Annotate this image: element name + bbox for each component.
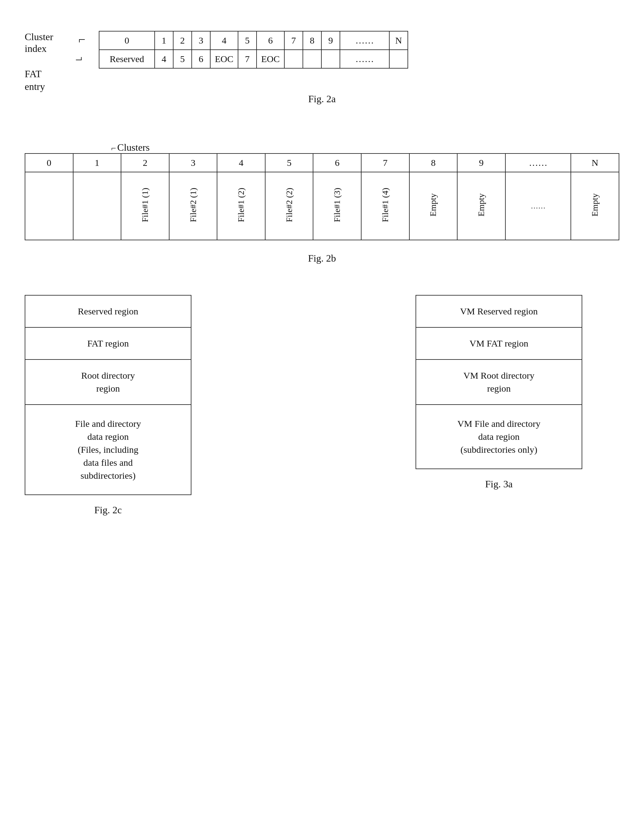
fig2b-content-cell-5: File#2 (2)	[265, 172, 313, 240]
fig3a-table: VM Reserved region VM FAT region VM Root…	[416, 295, 582, 469]
fig3a-cell-3: VM File and directorydata region(subdire…	[416, 404, 582, 469]
fig2a-top-cell-0: 0	[99, 31, 155, 50]
fig2b-top-cell-7: 7	[361, 154, 409, 172]
fig2b-content-cell-4: File#1 (2)	[217, 172, 265, 240]
fig2b-content-cell-6: File#1 (3)	[313, 172, 361, 240]
fig2a-bottom-cell-4: EOC	[210, 50, 238, 68]
fig3a-row-0: VM Reserved region	[416, 295, 582, 327]
fat-entry-arrow: ⌐	[75, 54, 83, 66]
cluster-index-label: Cluster index	[25, 31, 53, 55]
fig2b-top-row: 0123456789……N	[25, 154, 619, 172]
fig2c-cell-2: Root directory region	[25, 360, 191, 404]
fig3a-cell-1: VM FAT region	[416, 327, 582, 360]
fig2b-top-cell-9: 9	[457, 154, 505, 172]
fig3a-cell-2: VM Root directoryregion	[416, 360, 582, 404]
fig2a-bottom-cell-1: 4	[155, 50, 173, 68]
fig2b-content-cell-11: Empty	[571, 172, 619, 240]
fig2b-top-cell-4: 4	[217, 154, 265, 172]
fig3a-column: VM Reserved region VM FAT region VM Root…	[416, 295, 582, 490]
fig2c-column: Reserved region FAT region Root director…	[25, 295, 192, 516]
fig2a-bottom-cell-3: 6	[192, 50, 210, 68]
fig2b-content-cell-1	[73, 172, 121, 240]
fig2a-top-cell-5: 5	[238, 31, 256, 50]
fig2b-top-cell-0: 0	[25, 154, 73, 172]
fig2a-top-cell-8: 8	[303, 31, 321, 50]
fig2a-bottom-cell-7	[284, 50, 303, 68]
fig2c-row-2: Root directory region	[25, 360, 191, 404]
fig3a-row-2: VM Root directoryregion	[416, 360, 582, 404]
fig2a-top-cell-2: 2	[173, 31, 192, 50]
fig2b-content-cell-2: File#1 (1)	[121, 172, 169, 240]
cluster-index-arrow: ⌐	[78, 33, 86, 46]
fig2a-bottom-cell-10: ……	[340, 50, 389, 68]
fig2c-row-1: FAT region	[25, 327, 191, 360]
fig2c-table: Reserved region FAT region Root director…	[25, 295, 192, 495]
fig2b-content-cell-7: File#1 (4)	[361, 172, 409, 240]
fig2b-content-cell-3: File#2 (1)	[169, 172, 217, 240]
fig2b-content-cell-10: ……	[505, 172, 571, 240]
fig2a-top-cell-3: 3	[192, 31, 210, 50]
fig2b-section: ⌐ Clusters 0123456789……N File#1 (1)File#…	[25, 142, 619, 240]
fig2c-cell-0: Reserved region	[25, 295, 191, 327]
fat-entry-label: FATentry	[25, 68, 45, 93]
fig2a-top-row: 0123456789……N	[99, 31, 408, 50]
fig2b-content-row: File#1 (1)File#2 (1)File#1 (2)File#2 (2)…	[25, 172, 619, 240]
fig2b-top-cell-3: 3	[169, 154, 217, 172]
fig2a-bottom-cell-2: 5	[173, 50, 192, 68]
fig2a-table: 0123456789……N Reserved456EOC7EOC……	[99, 31, 408, 69]
fig2a-top-cell-4: 4	[210, 31, 238, 50]
fig2b-content-cell-9: Empty	[457, 172, 505, 240]
fig2c-row-3: File and directorydata region(Files, inc…	[25, 404, 191, 495]
fig2c-cell-3: File and directorydata region(Files, inc…	[25, 404, 191, 495]
fig2c-row-0: Reserved region	[25, 295, 191, 327]
fig2c-caption: Fig. 2c	[95, 504, 122, 516]
fig2a-top-cell-1: 1	[155, 31, 173, 50]
fig3a-row-1: VM FAT region	[416, 327, 582, 360]
fig2b-content-cell-0	[25, 172, 73, 240]
fig2a-top-cell-9: 9	[321, 31, 340, 50]
fig2a-top-cell-11: N	[389, 31, 408, 50]
fig2b-top-cell-6: 6	[313, 154, 361, 172]
fig2b-top-cell-10: ……	[505, 154, 571, 172]
fig2b-top-cell-5: 5	[265, 154, 313, 172]
fig2a-bottom-row: Reserved456EOC7EOC……	[99, 50, 408, 68]
fig2a-top-cell-7: 7	[284, 31, 303, 50]
fig2a-caption: Fig. 2a	[25, 93, 619, 105]
fig2b-caption: Fig. 2b	[25, 253, 619, 264]
fig2a-bottom-cell-8	[303, 50, 321, 68]
fig2a-bottom-cell-9	[321, 50, 340, 68]
fig2b-top-cell-2: 2	[121, 154, 169, 172]
fig2a-bottom-cell-0: Reserved	[99, 50, 155, 68]
fig2a-top-cell-6: 6	[256, 31, 284, 50]
clusters-bracket-icon: ⌐	[111, 143, 116, 153]
fig3a-cell-0: VM Reserved region	[416, 295, 582, 327]
fig2b-table: 0123456789……N File#1 (1)File#2 (1)File#1…	[25, 153, 619, 240]
clusters-label-row: ⌐ Clusters	[25, 142, 619, 153]
fig2b-top-cell-8: 8	[409, 154, 457, 172]
fig2a-bottom-cell-11	[389, 50, 408, 68]
fig2b-top-cell-1: 1	[73, 154, 121, 172]
fig2c-3a-section: Reserved region FAT region Root director…	[25, 295, 619, 516]
fig2b-content-cell-8: Empty	[409, 172, 457, 240]
fig3a-caption: Fig. 3a	[485, 478, 513, 490]
fig2b-top-cell-11: N	[571, 154, 619, 172]
fig2a-bottom-cell-6: EOC	[256, 50, 284, 68]
fig2a-top-cell-10: ……	[340, 31, 389, 50]
fig3a-row-3: VM File and directorydata region(subdire…	[416, 404, 582, 469]
fig2a-section: Cluster index ⌐ ⌐ 0123456789……N Reserved…	[25, 31, 619, 69]
clusters-label: Clusters	[117, 142, 150, 153]
fig2a-bottom-cell-5: 7	[238, 50, 256, 68]
fig2c-cell-1: FAT region	[25, 327, 191, 360]
